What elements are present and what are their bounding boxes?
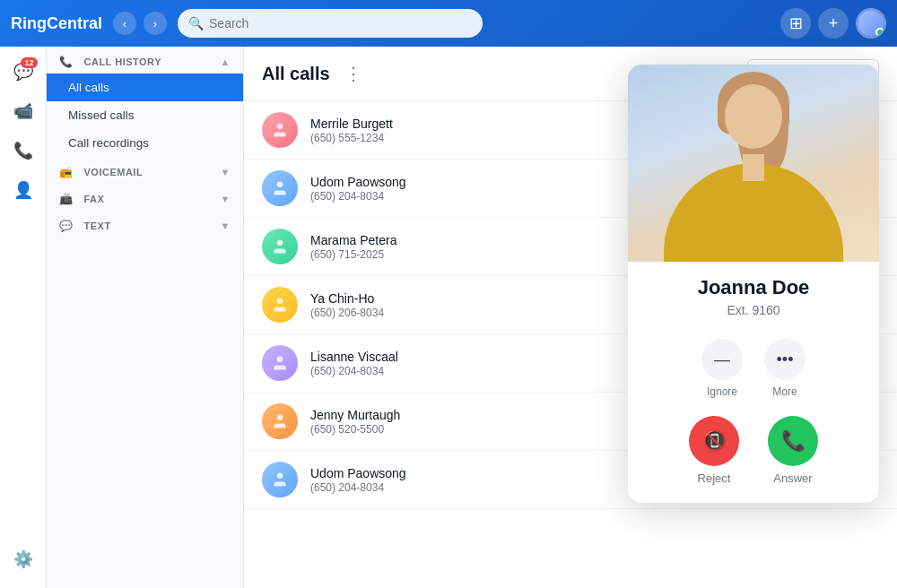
caller-info: Joanna Doe Ext. 9160 xyxy=(628,262,879,339)
back-button[interactable]: ‹ xyxy=(113,12,136,35)
text-section-icon: 💬 xyxy=(59,220,74,232)
fax-header[interactable]: 📠 FAX ▼ xyxy=(47,184,243,211)
sidebar-item-call-recordings[interactable]: Call recordings xyxy=(47,129,243,157)
call-avatar xyxy=(262,229,298,264)
add-button[interactable]: + xyxy=(818,8,849,39)
caller-name: Joanna Doe xyxy=(646,276,861,299)
caller-extension: Ext. 9160 xyxy=(646,303,861,317)
svg-point-5 xyxy=(277,357,283,363)
secondary-call-actions: — Ignore ••• More xyxy=(628,339,879,409)
grid-button[interactable]: ⊞ xyxy=(780,8,811,39)
user-avatar[interactable] xyxy=(856,8,886,39)
rail-icon-messages[interactable]: 💬 12 xyxy=(5,54,41,90)
reject-button[interactable]: 📵 xyxy=(689,416,739,466)
text-section: 💬 TEXT ▼ xyxy=(47,211,243,238)
voicemail-section: 📻 VOICEMAIL ▼ xyxy=(47,157,243,184)
sidebar-item-missed-calls[interactable]: Missed calls xyxy=(47,101,243,129)
sidebar: 📞 CALL HISTORY ▲ All calls Missed calls … xyxy=(47,47,244,588)
forward-button[interactable]: › xyxy=(144,12,167,35)
sidebar-item-all-calls[interactable]: All calls xyxy=(47,74,243,101)
more-label: More xyxy=(772,385,797,398)
search-bar: 🔍 xyxy=(178,9,483,38)
call-history-section: 📞 CALL HISTORY ▲ All calls Missed calls … xyxy=(47,47,243,157)
rail-icon-contacts[interactable]: 👤 xyxy=(5,172,41,208)
topbar: RingCentral ‹ › 🔍 ⊞ + xyxy=(0,0,897,47)
message-badge: 12 xyxy=(21,57,37,68)
search-input[interactable] xyxy=(209,16,472,30)
voicemail-label: VOICEMAIL xyxy=(84,167,144,177)
voicemail-chevron: ▼ xyxy=(221,167,231,177)
page-title: All calls xyxy=(262,64,330,84)
ignore-action[interactable]: — Ignore xyxy=(701,339,743,398)
incoming-call-card: Joanna Doe Ext. 9160 — Ignore ••• More 📵… xyxy=(628,65,879,503)
svg-point-2 xyxy=(277,182,283,188)
more-options-button[interactable]: ⋮ xyxy=(339,61,368,86)
search-icon: 🔍 xyxy=(188,16,204,30)
more-button[interactable]: ••• xyxy=(764,339,806,380)
reject-action[interactable]: 📵 Reject xyxy=(689,416,739,485)
plus-icon: + xyxy=(829,14,839,33)
caller-photo xyxy=(628,65,879,262)
reject-label: Reject xyxy=(698,471,731,485)
call-avatar xyxy=(262,403,298,439)
fax-section: 📠 FAX ▼ xyxy=(47,184,243,211)
fax-section-icon: 📠 xyxy=(59,193,74,205)
icon-rail: 💬 12 📹 📞 👤 ⚙️ xyxy=(0,47,47,588)
answer-label: Answer xyxy=(773,471,812,485)
text-chevron: ▼ xyxy=(221,220,231,231)
call-avatar xyxy=(262,170,298,206)
ignore-label: Ignore xyxy=(707,385,737,398)
svg-point-4 xyxy=(277,298,283,305)
call-history-header[interactable]: 📞 CALL HISTORY ▲ xyxy=(47,47,243,74)
more-action[interactable]: ••• More xyxy=(764,339,806,398)
rail-icon-phone[interactable]: 📞 xyxy=(5,133,41,169)
answer-action[interactable]: 📞 Answer xyxy=(768,416,818,485)
voicemail-section-icon: 📻 xyxy=(59,166,74,178)
text-header[interactable]: 💬 TEXT ▼ xyxy=(47,211,243,238)
voicemail-header[interactable]: 📻 VOICEMAIL ▼ xyxy=(47,157,243,184)
svg-point-3 xyxy=(277,240,283,246)
fax-chevron: ▼ xyxy=(221,194,231,204)
answer-button[interactable]: 📞 xyxy=(768,416,818,466)
svg-point-6 xyxy=(277,415,283,421)
text-label: TEXT xyxy=(84,220,111,231)
app-logo: RingCentral xyxy=(11,14,102,33)
fax-label: FAX xyxy=(84,194,105,204)
rail-icon-video[interactable]: 📹 xyxy=(5,93,41,129)
grid-icon: ⊞ xyxy=(789,13,803,33)
call-avatar xyxy=(262,462,298,497)
svg-point-0 xyxy=(277,124,283,130)
phone-section-icon: 📞 xyxy=(59,56,74,68)
call-history-label: CALL HISTORY xyxy=(84,56,161,67)
caller-photo-figure xyxy=(628,65,879,262)
svg-point-7 xyxy=(277,473,283,480)
ignore-button[interactable]: — xyxy=(701,339,743,380)
main-call-actions: 📵 Reject 📞 Answer xyxy=(628,409,879,503)
rail-icon-settings[interactable]: ⚙️ xyxy=(5,541,41,577)
call-avatar xyxy=(262,287,298,323)
online-status-dot xyxy=(875,28,884,37)
call-avatar xyxy=(262,345,298,381)
call-history-chevron: ▲ xyxy=(221,56,231,67)
call-avatar xyxy=(262,112,298,148)
